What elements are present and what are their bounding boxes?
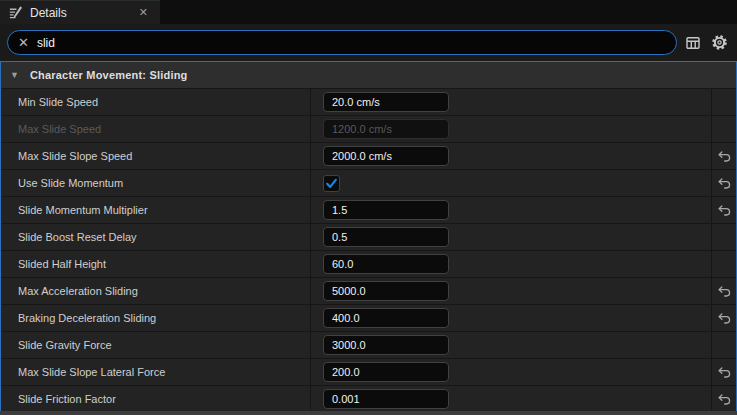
property-row: Braking Deceleration Sliding 400.0 xyxy=(1,304,736,331)
property-value: 200.0 xyxy=(332,366,360,378)
property-value-field[interactable]: 5000.0 xyxy=(323,281,449,301)
property-value-field[interactable]: 20.0 cm/s xyxy=(323,92,449,112)
property-row: Use Slide Momentum xyxy=(1,169,736,196)
property-value: 20.0 cm/s xyxy=(332,96,380,108)
checkmark-icon xyxy=(325,177,338,190)
reset-to-default-icon[interactable] xyxy=(716,364,732,380)
property-checkbox[interactable] xyxy=(323,175,340,192)
property-label: Slide Friction Factor xyxy=(18,393,116,405)
property-row: Max Slide Slope Lateral Force 200.0 xyxy=(1,358,736,385)
category-header-sliding[interactable]: ▼ Character Movement: Sliding xyxy=(1,62,736,88)
tab-title: Details xyxy=(30,6,128,20)
tab-details[interactable]: Details ✕ xyxy=(0,0,160,24)
search-input[interactable] xyxy=(37,36,666,50)
property-value-field[interactable]: 400.0 xyxy=(323,308,449,328)
details-panel: Details ✕ ✕ ▼ Character Movement: Slidin… xyxy=(0,0,737,415)
property-value-field[interactable]: 0.5 xyxy=(323,227,449,247)
gear-icon[interactable] xyxy=(710,32,731,54)
property-value: 3000.0 xyxy=(332,339,366,351)
property-value: 1200.0 cm/s xyxy=(332,123,392,135)
details-tree: ▼ Character Movement: Sliding Min Slide … xyxy=(0,61,737,413)
property-label: Min Slide Speed xyxy=(18,96,98,108)
reset-to-default-icon[interactable] xyxy=(716,148,732,164)
search-toolbar: ✕ xyxy=(0,24,737,61)
property-value-field[interactable]: 60.0 xyxy=(323,254,449,274)
reset-to-default-icon[interactable] xyxy=(716,283,732,299)
bottom-splitter[interactable] xyxy=(0,411,737,415)
property-value-field[interactable]: 0.001 xyxy=(323,389,449,409)
property-label: Max Acceleration Sliding xyxy=(18,285,138,297)
property-row: Max Acceleration Sliding 5000.0 xyxy=(1,277,736,304)
close-icon[interactable]: ✕ xyxy=(135,6,152,19)
property-value: 5000.0 xyxy=(332,285,366,297)
details-pencil-icon xyxy=(8,5,23,20)
reset-to-default-icon[interactable] xyxy=(716,391,732,407)
property-label: Slide Gravity Force xyxy=(18,339,112,351)
property-value-field[interactable]: 1200.0 cm/s xyxy=(323,119,449,139)
property-row: Slide Friction Factor 0.001 xyxy=(1,385,736,412)
property-row: Max Slide Speed 1200.0 cm/s xyxy=(1,115,736,142)
property-value: 60.0 xyxy=(332,258,353,270)
category-title: Character Movement: Sliding xyxy=(30,69,188,81)
property-label: Max Slide Slope Lateral Force xyxy=(18,366,165,378)
search-box[interactable]: ✕ xyxy=(7,30,677,55)
property-label: Slided Half Height xyxy=(18,258,106,270)
property-value: 0.001 xyxy=(332,393,360,405)
reset-to-default-icon[interactable] xyxy=(716,310,732,326)
property-row: Max Slide Slope Speed 2000.0 cm/s xyxy=(1,142,736,169)
reset-to-default-icon[interactable] xyxy=(716,175,732,191)
clear-search-icon[interactable]: ✕ xyxy=(18,36,29,49)
property-label: Slide Momentum Multiplier xyxy=(18,204,148,216)
property-row: Slide Gravity Force 3000.0 xyxy=(1,331,736,358)
property-value: 1.5 xyxy=(332,204,347,216)
reset-to-default-icon[interactable] xyxy=(716,202,732,218)
property-value-field[interactable]: 3000.0 xyxy=(323,335,449,355)
property-rows: Min Slide Speed 20.0 cm/s Max Slide Sp xyxy=(1,88,736,412)
property-value-field[interactable]: 1.5 xyxy=(323,200,449,220)
property-value-field[interactable]: 2000.0 cm/s xyxy=(323,146,449,166)
property-label: Max Slide Slope Speed xyxy=(18,150,132,162)
property-value: 400.0 xyxy=(332,312,360,324)
property-label: Braking Deceleration Sliding xyxy=(18,312,156,324)
display-filter-grid-icon[interactable] xyxy=(683,32,704,54)
tab-bar: Details ✕ xyxy=(0,0,737,24)
property-row: Slided Half Height 60.0 xyxy=(1,250,736,277)
property-value-field[interactable]: 200.0 xyxy=(323,362,449,382)
property-row: Min Slide Speed 20.0 cm/s xyxy=(1,88,736,115)
property-row: Slide Momentum Multiplier 1.5 xyxy=(1,196,736,223)
property-label: Max Slide Speed xyxy=(18,123,101,135)
property-value: 2000.0 cm/s xyxy=(332,150,392,162)
property-label: Use Slide Momentum xyxy=(18,177,123,189)
property-row: Slide Boost Reset Delay 0.5 xyxy=(1,223,736,250)
chevron-down-icon[interactable]: ▼ xyxy=(10,70,19,80)
property-value: 0.5 xyxy=(332,231,347,243)
property-label: Slide Boost Reset Delay xyxy=(18,231,137,243)
